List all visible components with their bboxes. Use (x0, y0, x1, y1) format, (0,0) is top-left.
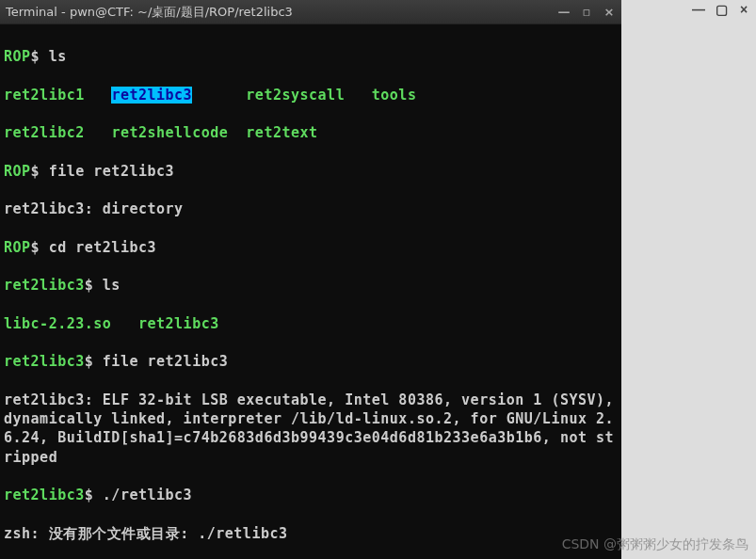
close-icon[interactable]: × (603, 5, 616, 19)
outer-close-icon[interactable]: × (737, 2, 750, 17)
ls-entry: ret2text (246, 124, 317, 141)
ls-entry: libc-2.23.so (4, 315, 111, 332)
prompt-path: ROP (4, 48, 31, 65)
output-text: zsh: 没有那个文件或目录: ./retlibc3 (4, 524, 618, 543)
ls-entry: ret2syscall (246, 87, 345, 104)
prompt-dollar: $ (85, 487, 103, 503)
prompt-dollar: $ (85, 353, 103, 370)
prompt-path: ret2libc3 (4, 353, 85, 370)
maximize-icon[interactable]: ▫ (580, 5, 593, 19)
ls-entry-selected: ret2libc3 (111, 87, 192, 104)
cmd-text: ./retlibc3 (103, 487, 192, 503)
prompt-path: ROP (4, 239, 31, 256)
underline-annotation: nami (22, 410, 57, 427)
ls-entry: ret2libc2 (4, 124, 85, 141)
ls-entry: ret2libc3 (138, 315, 219, 332)
outer-min-icon[interactable]: — (692, 2, 705, 17)
prompt-dollar: $ (31, 239, 49, 256)
cmd-text: ls (49, 48, 67, 65)
titlebar: Terminal - pwn@CTF: ~/桌面/题目/ROP/ret2libc… (0, 0, 621, 24)
cmd-text: cd ret2libc3 (49, 239, 156, 256)
prompt-dollar: $ (31, 163, 49, 180)
output-text: ret2libc3: directory (4, 200, 618, 218)
output-text: ret2libc3: ELF 32-bit LSB executable, In… (4, 391, 618, 467)
cmd-text: file ret2libc3 (49, 163, 174, 180)
prompt-dollar: $ (31, 48, 49, 65)
prompt-path: ret2libc3 (4, 487, 85, 503)
cmd-text: file ret2libc3 (103, 353, 228, 370)
terminal-window: Terminal - pwn@CTF: ~/桌面/题目/ROP/ret2libc… (0, 0, 621, 559)
ls-entry: ret2libc1 (4, 87, 85, 104)
ls-entry: ret2shellcode (111, 124, 228, 141)
prompt-path: ret2libc3 (4, 277, 85, 294)
window-title: Terminal - pwn@CTF: ~/桌面/题目/ROP/ret2libc… (6, 4, 557, 21)
watermark-text: CSDN @粥粥粥少女的拧发条鸟 (562, 536, 748, 553)
prompt-dollar: $ (85, 277, 103, 294)
prompt-path: ROP (4, 163, 31, 180)
outer-max-icon[interactable]: ▢ (715, 2, 728, 17)
cmd-text: ls (103, 277, 121, 294)
terminal-body[interactable]: ROP$ ls ret2libc1 ret2libc3 ret2syscall … (0, 24, 621, 559)
ls-entry: tools (372, 87, 417, 104)
minimize-icon[interactable]: — (557, 5, 571, 19)
